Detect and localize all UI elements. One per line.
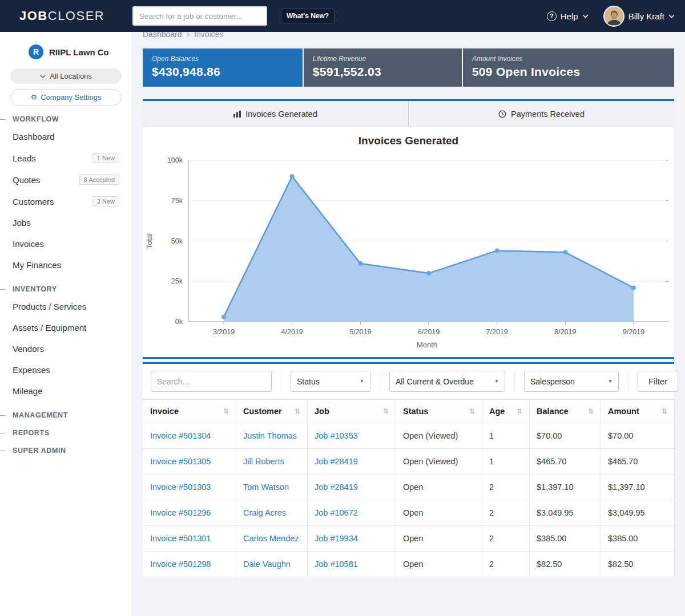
status-select[interactable]: Status ▼ [291, 371, 370, 392]
column-header-amount[interactable]: Amount⇅ [601, 400, 675, 423]
clock-icon [498, 110, 506, 118]
status-cell: Open [396, 526, 482, 552]
sidebar-item-mileage[interactable]: Mileage [0, 380, 132, 402]
sort-icon[interactable]: ⇅ [588, 407, 594, 415]
current-overdue-select[interactable]: All Current & Overdue ▼ [389, 371, 505, 392]
column-header-invoice[interactable]: Invoice⇅ [143, 400, 236, 423]
sort-icon[interactable]: ⇅ [383, 407, 389, 415]
salesperson-select[interactable]: Salesperson ▼ [524, 371, 619, 392]
customer-link[interactable]: Dale Vaughn [243, 560, 291, 569]
customer-link[interactable]: Carlos Mendez [243, 534, 299, 543]
sidebar-item-jobs[interactable]: Jobs [0, 212, 132, 233]
section-tick-icon [0, 119, 5, 120]
filter-button[interactable]: Filter [638, 371, 678, 392]
sort-icon[interactable]: ⇅ [517, 407, 522, 415]
job-link[interactable]: Job #10581 [315, 560, 358, 569]
age-cell: 1 [482, 423, 530, 449]
chevron-down-icon [40, 75, 46, 78]
sidebar-section-inventory[interactable]: INVENTORY [0, 285, 132, 293]
filter-salesperson-cell: Salesperson ▼ [524, 371, 628, 392]
company-row[interactable]: R RIIPL Lawn Co [0, 32, 132, 59]
company-settings-button[interactable]: ⚙ Company Settings [10, 89, 122, 106]
tab-invoices-generated[interactable]: Invoices Generated [143, 101, 409, 127]
section-tick-icon [0, 433, 5, 433]
sidebar-item-leads[interactable]: Leads1 New [0, 147, 132, 169]
bar-chart-icon [233, 111, 241, 117]
sort-icon[interactable]: ⇅ [295, 407, 300, 415]
section-tick-icon [0, 289, 5, 290]
table-row: Invoice #501301 Carlos Mendez Job #19934… [143, 526, 675, 552]
chart-panel: Invoices Generated Payments Received Inv… [143, 99, 674, 359]
customer-link[interactable]: Craig Acres [243, 508, 286, 517]
column-header-age[interactable]: Age⇅ [482, 400, 530, 423]
filter-overdue-cell: All Current & Overdue ▼ [389, 371, 515, 392]
invoice-table-body: Invoice #501304 Justin Thomas Job #10353… [143, 423, 675, 577]
global-search-input[interactable] [132, 6, 267, 26]
customer-link[interactable]: Justin Thomas [243, 431, 297, 440]
job-link[interactable]: Job #10672 [315, 508, 358, 517]
customer-link[interactable]: Jill Roberts [243, 457, 284, 466]
job-link[interactable]: Job #28419 [315, 483, 358, 492]
sidebar-item-invoices[interactable]: Invoices [0, 233, 132, 254]
table-filters: Status ▼ All Current & Overdue ▼ Salespe… [143, 364, 674, 399]
table-search-input[interactable] [151, 371, 272, 392]
sidebar-item-customers[interactable]: Customers3 New [0, 191, 132, 212]
invoice-link[interactable]: Invoice #501301 [150, 534, 211, 543]
sidebar-item-my-finances[interactable]: My Finances [0, 254, 132, 275]
caret-down-icon: ▼ [494, 379, 499, 384]
invoice-link[interactable]: Invoice #501298 [150, 560, 211, 569]
sidebar-section-management[interactable]: MANAGEMENT [0, 411, 132, 419]
svg-text:Total: Total [145, 233, 154, 249]
invoice-link[interactable]: Invoice #501303 [150, 483, 211, 492]
sort-icon[interactable]: ⇅ [662, 407, 667, 415]
app-logo[interactable]: JOBCLOSER [0, 9, 132, 23]
sidebar-item-quotes[interactable]: Quotes8 Accepted [0, 169, 132, 191]
sidebar-item-expenses[interactable]: Expenses [0, 359, 132, 380]
age-cell: 2 [482, 526, 530, 552]
whats-new-button[interactable]: What's New? [281, 9, 335, 23]
invoice-link[interactable]: Invoice #501296 [150, 508, 211, 517]
column-header-customer[interactable]: Customer⇅ [236, 400, 308, 423]
sort-icon[interactable]: ⇅ [469, 407, 475, 415]
help-menu[interactable]: ? Help [547, 11, 589, 21]
column-header-balance[interactable]: Balance⇅ [530, 400, 601, 423]
sort-icon[interactable]: ⇅ [223, 407, 229, 415]
sidebar: R RIIPL Lawn Co All Locations ⚙ Company … [0, 32, 132, 616]
sidebar-sections: WORKFLOWDashboardLeads1 NewQuotes8 Accep… [0, 115, 132, 455]
invoice-link[interactable]: Invoice #501305 [150, 457, 211, 466]
balance-cell: $70.00 [530, 423, 601, 449]
svg-text:50k: 50k [171, 237, 183, 245]
svg-text:25k: 25k [171, 277, 183, 285]
age-cell: 2 [482, 500, 530, 526]
user-menu[interactable]: Billy Kraft [603, 6, 675, 27]
sidebar-item-products-services[interactable]: Products / Services [0, 296, 132, 317]
avatar [603, 6, 624, 27]
tab-label: Invoices Generated [245, 110, 317, 119]
tab-payments-received[interactable]: Payments Received [409, 101, 674, 127]
column-header-status[interactable]: Status⇅ [396, 400, 482, 423]
invoice-link[interactable]: Invoice #501304 [150, 431, 211, 440]
stat-label: Open Balances [152, 55, 293, 63]
amount-cell: $465.70 [601, 449, 675, 475]
column-header-job[interactable]: Job⇅ [308, 400, 396, 423]
job-link[interactable]: Job #19934 [315, 534, 358, 543]
svg-text:5/2019: 5/2019 [349, 328, 371, 336]
sidebar-section-reports[interactable]: REPORTS [0, 429, 132, 437]
sidebar-item-dashboard[interactable]: Dashboard [0, 126, 132, 147]
svg-text:8/2019: 8/2019 [554, 328, 576, 336]
amount-cell: $385.00 [601, 526, 675, 552]
job-link[interactable]: Job #10353 [315, 431, 358, 440]
salesperson-value: Salesperson [530, 377, 575, 386]
customer-link[interactable]: Tom Watson [243, 483, 289, 492]
sidebar-item-assets-equipment[interactable]: Assets / Equipment [0, 317, 132, 338]
stat-lifetime-revenue: Lifetime Revenue $591,552.03 [304, 48, 462, 87]
svg-text:9/2019: 9/2019 [623, 328, 644, 336]
stat-amount-invoices: Amount Invoices 509 Open Invoices [463, 48, 674, 87]
job-link[interactable]: Job #28419 [315, 457, 358, 466]
balance-cell: $385.00 [530, 526, 601, 552]
sidebar-section-workflow[interactable]: WORKFLOW [0, 115, 132, 123]
locations-dropdown[interactable]: All Locations [10, 68, 122, 84]
sidebar-section-super-admin[interactable]: SUPER ADMIN [0, 447, 132, 455]
balance-cell: $1,397.10 [530, 475, 601, 500]
sidebar-item-vendors[interactable]: Vendors [0, 338, 132, 359]
